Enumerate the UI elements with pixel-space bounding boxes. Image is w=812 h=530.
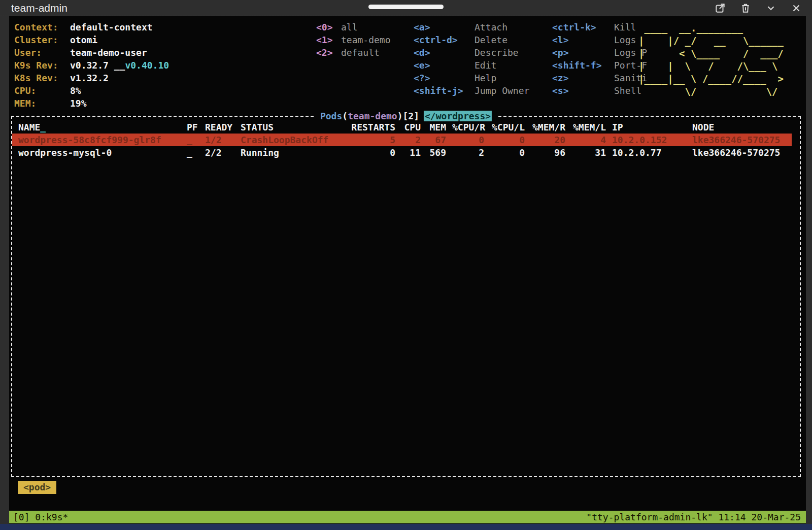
column-header-ready[interactable]: READY [205, 121, 234, 134]
context-info-row: K9s Rev: v0.32.7 __ v0.40.10 [14, 59, 169, 72]
open-in-new-window-icon[interactable] [715, 3, 726, 14]
action-menu-item[interactable]: <ctrl-d> Delete [414, 34, 529, 46]
table-row[interactable]: wordpress-mysql-0 _ 2/2 Running 0 11 569… [12, 146, 792, 159]
namespace-hotkey-item[interactable]: <1> team-demo [316, 34, 391, 46]
context-info-value: otomi [70, 34, 97, 46]
context-info-row: CPU: 8% [14, 84, 169, 97]
sort-indicator: _ [40, 122, 46, 132]
hotkey-label: Logs [614, 34, 636, 46]
cell-status: CrashLoopBackOff [241, 134, 341, 146]
hotkey-label: Attach [475, 21, 507, 34]
k9s-ascii-logo: ____ __.________ | |/ _/ __ \______ | < … [638, 22, 784, 98]
hotkey: <ctrl-d> [414, 34, 475, 46]
context-info-value: v1.32.2 [70, 72, 109, 84]
cell-node: lke366246-570275 [692, 146, 792, 159]
context-info-row: Cluster: otomi [14, 34, 169, 46]
context-info-label: User: [14, 46, 70, 59]
pods-table-header: NAME_ PF READY STATUS RESTARTS CPU MEM %… [12, 121, 792, 134]
column-header-node[interactable]: NODE [692, 121, 792, 134]
action-menu-item[interactable]: <s> Shell [552, 84, 647, 97]
cell-cpu-r: 2 [452, 146, 484, 159]
action-menu-item[interactable]: <ctrl-k> Kill [552, 21, 647, 34]
action-menu-item[interactable]: <l> Logs [552, 34, 647, 46]
close-icon[interactable] [791, 3, 802, 14]
column-header-cpu[interactable]: CPU [401, 121, 421, 134]
context-info-value: team-demo-user [70, 46, 147, 59]
hotkey-label: Describe [475, 46, 519, 59]
namespace-hotkeys: <0> all <1> team-demo <2> default [316, 21, 391, 59]
hotkey: <e> [414, 59, 475, 72]
context-info-row: Context: default-context [14, 21, 169, 34]
column-header-mem[interactable]: MEM [427, 121, 446, 134]
trash-icon[interactable] [740, 3, 751, 14]
action-menu-item[interactable]: <e> Edit [414, 59, 529, 72]
hotkey: <shift-f> [552, 59, 614, 72]
context-info-label: K9s Rev: [14, 59, 70, 72]
action-menu-item[interactable]: <?> Help [414, 72, 529, 84]
cell-pf: _ [187, 146, 199, 159]
action-menu-column-1: <a> Attach <ctrl-d> Delete <d> Describe … [414, 21, 529, 97]
cell-mem: 67 [427, 134, 446, 146]
action-menu-item[interactable]: <p> Logs P [552, 46, 647, 59]
action-menu-item[interactable]: <a> Attach [414, 21, 529, 34]
context-info-label: K8s Rev: [14, 72, 70, 84]
column-header-restarts[interactable]: RESTARTS [347, 121, 395, 134]
cell-node: lke366246-570275 [692, 134, 792, 146]
cell-ip: 10.2.0.152 [612, 134, 686, 146]
context-info-row: User: team-demo-user [14, 46, 169, 59]
column-header-name[interactable]: NAME_ [18, 121, 181, 134]
cell-cpu: 2 [401, 134, 421, 146]
tmux-session-window[interactable]: [0] 0:k9s* [13, 511, 68, 523]
hotkey: <s> [552, 84, 614, 97]
hotkey: <ctrl-k> [552, 21, 614, 34]
tab-drag-handle[interactable] [368, 5, 444, 9]
cell-mem-l: 31 [571, 146, 606, 159]
hotkey-label: default [341, 46, 380, 59]
context-info-value: v0.32.7 __ [70, 59, 125, 72]
cell-restarts: 5 [347, 134, 395, 146]
hotkey: <p> [552, 46, 614, 59]
hotkey: <2> [316, 46, 341, 59]
cell-mem-l: 4 [571, 134, 606, 146]
context-info-label: CPU: [14, 84, 70, 97]
cluster-context-info: Context: default-context Cluster: otomi … [14, 21, 169, 110]
action-menu-item[interactable]: <shift-f> Port-F [552, 59, 647, 72]
context-info-value: 8% [70, 84, 81, 97]
column-header-status[interactable]: STATUS [241, 121, 341, 134]
column-header-ip[interactable]: IP [612, 121, 686, 134]
window-titlebar: team-admin [0, 0, 812, 16]
hotkey: <d> [414, 46, 475, 59]
cell-name: wordpress-mysql-0 [18, 146, 181, 159]
cell-mem: 569 [427, 146, 446, 159]
context-info-label: MEM: [14, 97, 70, 110]
hotkey: <?> [414, 72, 475, 84]
column-header-pf[interactable]: PF [187, 121, 199, 134]
chevron-down-icon[interactable] [765, 3, 776, 14]
column-header-mem-l[interactable]: %MEM/L [571, 121, 606, 134]
action-menu-item[interactable]: <d> Describe [414, 46, 529, 59]
column-header-mem-r[interactable]: %MEM/R [531, 121, 565, 134]
namespace-hotkey-item[interactable]: <0> all [316, 21, 391, 34]
context-info-row: K8s Rev: v1.32.2 [14, 72, 169, 84]
cell-pf: _ [187, 134, 199, 146]
action-menu-column-2: <ctrl-k> Kill <l> Logs <p> Logs P <shift… [552, 21, 647, 97]
namespace-hotkey-item[interactable]: <2> default [316, 46, 391, 59]
cell-restarts: 0 [347, 146, 395, 159]
cell-mem-r: 20 [531, 134, 565, 146]
breadcrumb-pod[interactable]: <pod> [18, 481, 56, 494]
pods-view-panel: Pods(team-demo)[2]</wordpress> NAME_ PF … [11, 116, 801, 477]
cell-ready: 2/2 [205, 146, 234, 159]
column-header-cpu-l[interactable]: %CPU/L [490, 121, 525, 134]
context-info-upgrade-version: v0.40.10 [125, 59, 169, 72]
pods-table-rows: wordpress-58c8fcf999-glr8f _ 1/2 CrashLo… [12, 134, 800, 159]
action-menu-item[interactable]: <shift-j> Jump Owner [414, 84, 529, 97]
action-menu-item[interactable]: <z> Saniti [552, 72, 647, 84]
resource-count: [2] [403, 111, 420, 121]
column-header-cpu-r[interactable]: %CPU/R [452, 121, 484, 134]
hotkey-label: Edit [475, 59, 496, 72]
context-info-label: Cluster: [14, 34, 70, 46]
namespace-name: team-demo [348, 111, 397, 121]
table-row[interactable]: wordpress-58c8fcf999-glr8f _ 1/2 CrashLo… [12, 134, 792, 146]
hotkey-label: all [341, 21, 358, 34]
hotkey-label: Help [475, 72, 496, 84]
